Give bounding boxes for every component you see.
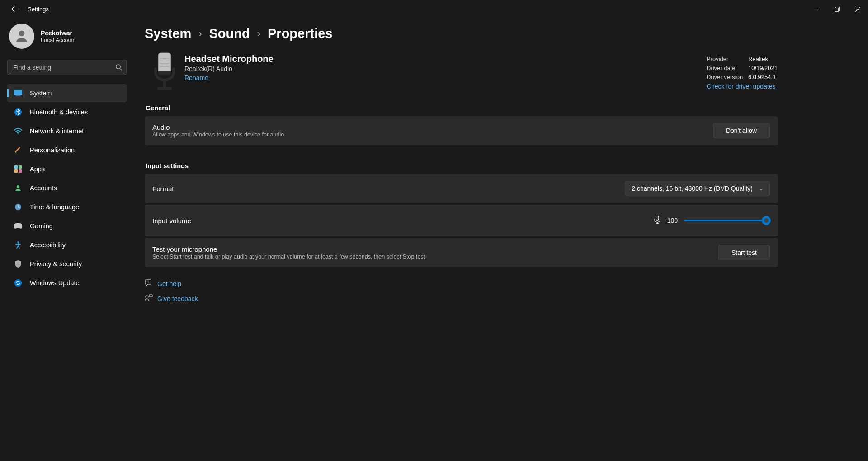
accessibility-icon [14,241,23,249]
system-icon [14,90,23,96]
sidebar-item-label: Accessibility [30,241,66,249]
svg-rect-22 [158,71,171,75]
sidebar-item-network[interactable]: Network & internet [7,122,127,140]
svg-rect-1 [835,8,838,11]
section-general: General [146,104,778,112]
svg-point-12 [17,185,19,188]
svg-rect-25 [656,216,659,220]
sidebar-item-label: Network & internet [30,127,84,135]
sidebar-item-label: Privacy & security [30,260,82,268]
sidebar-item-system[interactable]: System [7,84,127,102]
sidebar-item-personalization[interactable]: Personalization [7,141,127,159]
minimize-icon [814,7,819,12]
volume-title: Input volume [152,217,191,225]
svg-rect-11 [19,169,22,173]
sidebar-item-bluetooth[interactable]: Bluetooth & devices [7,103,127,121]
time-icon [14,203,23,211]
meta-version-label: Driver version [707,73,748,82]
update-icon [14,279,23,287]
user-account-type: Local Account [41,37,76,43]
search-input[interactable] [7,60,127,75]
crumb-system[interactable]: System [145,26,191,41]
back-button[interactable] [6,0,24,18]
sidebar-item-label: Gaming [30,222,53,230]
sidebar-item-label: Accounts [30,184,57,192]
sidebar-item-time[interactable]: Time & language [7,198,127,216]
close-button[interactable] [847,0,868,18]
rename-link[interactable]: Rename [184,74,208,81]
volume-value: 100 [667,217,678,224]
sidebar-item-update[interactable]: Windows Update [7,274,127,292]
sidebar-item-accounts[interactable]: Accounts [7,179,127,197]
sidebar-item-gaming[interactable]: Gaming [7,217,127,235]
chevron-down-icon: ⌄ [759,186,763,192]
check-updates-link[interactable]: Check for driver updates [707,83,776,90]
gaming-icon [14,223,23,229]
volume-slider[interactable] [684,220,770,221]
sidebar-item-accessibility[interactable]: Accessibility [7,236,127,254]
avatar [9,24,34,49]
meta-provider-value: Realtek [748,55,768,64]
close-icon [855,7,860,12]
svg-rect-23 [163,80,166,87]
slider-thumb[interactable] [762,216,771,225]
user-profile[interactable]: Peekofwar Local Account [9,24,136,49]
svg-rect-8 [14,165,18,169]
sidebar-item-label: Windows Update [30,279,80,287]
svg-point-16 [14,279,22,287]
svg-point-3 [116,65,120,69]
svg-text:?: ? [147,280,150,284]
sidebar-item-apps[interactable]: Apps [7,160,127,178]
network-icon [14,128,23,134]
sidebar-item-label: Personalization [30,146,75,154]
format-select[interactable]: 2 channels, 16 bit, 48000 Hz (DVD Qualit… [625,181,770,196]
window-controls [806,0,868,18]
accounts-icon [14,184,23,192]
user-icon [14,28,30,44]
give-feedback-link[interactable]: Give feedback [157,295,198,302]
sidebar-item-label: Time & language [30,203,79,211]
chevron-right-icon: › [198,28,202,40]
svg-point-2 [19,31,25,37]
get-help-link[interactable]: Get help [157,280,181,287]
breadcrumb: System › Sound › Properties [145,26,778,41]
audio-subtitle: Allow apps and Windows to use this devic… [152,132,284,138]
section-input: Input settings [146,162,778,169]
sidebar-item-label: Bluetooth & devices [30,108,88,116]
crumb-sound[interactable]: Sound [209,26,250,41]
help-icon: ? [145,279,157,288]
meta-provider-label: Provider [707,55,748,64]
minimize-button[interactable] [806,0,826,18]
volume-card: Input volume 100 [145,205,778,236]
test-title: Test your microphone [152,245,425,253]
window-title: Settings [28,6,49,13]
format-card: Format 2 channels, 16 bit, 48000 Hz (DVD… [145,174,778,203]
feedback-icon [145,294,157,303]
format-value: 2 channels, 16 bit, 48000 Hz (DVD Qualit… [632,185,753,192]
microphone-icon [150,52,179,92]
format-title: Format [152,185,174,193]
maximize-icon [835,7,840,12]
user-name: Peekofwar [41,29,76,37]
svg-rect-17 [158,53,171,73]
svg-rect-28 [149,295,152,297]
audio-title: Audio [152,123,284,131]
maximize-button[interactable] [826,0,847,18]
sidebar-item-privacy[interactable]: Privacy & security [7,255,127,273]
svg-rect-5 [16,96,20,96]
device-title: Headset Microphone [184,54,707,64]
arrow-left-icon [11,5,19,13]
sidebar-item-label: Apps [30,165,45,173]
test-mic-card: Test your microphone Select Start test a… [145,238,778,267]
start-test-button[interactable]: Start test [718,245,770,260]
driver-meta: ProviderRealtek Driver date10/19/2021 Dr… [707,52,778,92]
meta-version-value: 6.0.9254.1 [748,73,776,82]
dont-allow-button[interactable]: Don't allow [713,123,770,138]
sidebar: Peekofwar Local Account System Bluetooth… [0,18,136,461]
audio-card: Audio Allow apps and Windows to use this… [145,116,778,145]
svg-point-7 [18,133,19,134]
device-icon [145,52,184,92]
test-subtitle: Select Start test and talk or play audio… [152,254,425,260]
svg-rect-4 [14,90,22,95]
svg-rect-9 [19,165,22,169]
